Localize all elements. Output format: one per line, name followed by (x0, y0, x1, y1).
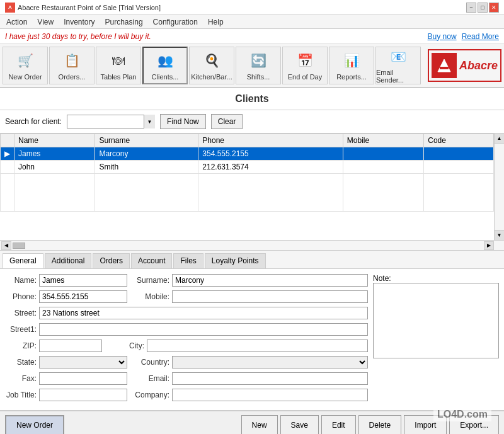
mobile-input[interactable] (172, 290, 368, 303)
end-of-day-toolbar-btn[interactable]: 📅 End of Day (282, 47, 328, 84)
street-label: Street: (5, 309, 37, 317)
page-title: Clients (0, 88, 504, 110)
client-phone: 212.631.3574 (198, 161, 343, 174)
kitchen-bar-label: Kitchen/Bar... (191, 73, 232, 81)
close-button[interactable]: ✕ (489, 3, 499, 13)
horizontal-scrollbar[interactable]: ◀ ▶ (0, 241, 504, 251)
surname-label: Surname: (135, 276, 169, 285)
find-now-button[interactable]: Find Now (160, 114, 206, 129)
state-label: State: (5, 358, 37, 367)
menu-view[interactable]: View (33, 16, 57, 28)
read-more-link[interactable]: Read More (462, 32, 499, 41)
window-title: Abacre Restaurant Point of Sale [Trial V… (18, 4, 161, 11)
new-button[interactable]: New (241, 415, 278, 434)
kitchen-bar-icon: 🍳 (202, 50, 222, 71)
tab-account[interactable]: Account (131, 253, 172, 268)
row-indicator (1, 161, 14, 174)
kitchen-bar-toolbar-btn[interactable]: 🍳 Kitchen/Bar... (189, 47, 234, 84)
reports-label: Reports... (336, 73, 367, 81)
delete-button[interactable]: Delete (358, 415, 402, 434)
table-row[interactable]: ▶ James Marcony 354.555.2155 (1, 147, 494, 161)
search-input[interactable] (67, 115, 155, 128)
phone-input[interactable] (39, 290, 127, 303)
buy-now-link[interactable]: Buy now (428, 32, 457, 41)
city-input[interactable] (147, 340, 368, 352)
menu-bar: Action View Inventory Purchasing Configu… (0, 15, 504, 29)
svg-marker-0 (438, 59, 450, 72)
zip-input[interactable] (39, 340, 102, 352)
menu-purchasing[interactable]: Purchasing (101, 16, 147, 28)
company-input[interactable] (172, 389, 368, 401)
search-label: Search for client: (5, 117, 62, 126)
street1-input[interactable] (39, 323, 368, 336)
state-country-row: State: Country: (5, 356, 368, 368)
menu-inventory[interactable]: Inventory (60, 16, 98, 28)
shifts-icon: 🔄 (248, 50, 268, 71)
tab-orders[interactable]: Orders (93, 253, 130, 268)
row-indicator: ▶ (1, 147, 14, 161)
orders-icon: 📋 (62, 50, 82, 71)
surname-input[interactable] (172, 274, 368, 287)
city-label: City: (110, 341, 144, 350)
col-mobile: Mobile (343, 134, 423, 147)
name-input[interactable] (39, 274, 127, 287)
tab-additional[interactable]: Additional (45, 253, 92, 268)
title-bar: A Abacre Restaurant Point of Sale [Trial… (0, 0, 504, 15)
new-order-bottom-btn[interactable]: New Order (5, 415, 64, 434)
app-icon: A (5, 3, 15, 13)
menu-help[interactable]: Help (204, 16, 227, 28)
tab-general[interactable]: General (3, 253, 43, 268)
end-of-day-label: End of Day (288, 73, 322, 81)
phone-label: Phone: (5, 292, 37, 301)
fax-label: Fax: (5, 374, 37, 383)
logo-text: Abacre (459, 59, 498, 72)
trial-bar: I have just 30 days to try, before I wil… (0, 29, 504, 44)
email-input[interactable] (172, 372, 368, 385)
toolbar-logo: Abacre (428, 49, 501, 82)
clients-icon: 👥 (155, 50, 175, 71)
edit-button[interactable]: Edit (321, 415, 356, 434)
street-input[interactable] (39, 307, 368, 319)
job-title-label: Job Title: (5, 391, 37, 399)
email-label: Email: (135, 374, 169, 383)
form-right: Note: (373, 274, 499, 405)
minimize-button[interactable]: − (466, 3, 476, 13)
orders-label: Orders... (59, 73, 86, 81)
maximize-button[interactable]: □ (478, 3, 488, 13)
note-textarea[interactable] (373, 283, 499, 358)
client-surname: Marcony (95, 147, 198, 161)
tab-files[interactable]: Files (173, 253, 203, 268)
vertical-scrollbar[interactable]: ▲ ▼ (494, 134, 504, 240)
email-sender-icon: 📧 (388, 47, 408, 66)
fax-email-row: Fax: Email: (5, 372, 368, 385)
search-bar: Search for client: ▼ Find Now Clear (0, 110, 504, 134)
tables-plan-icon: 🍽 (108, 50, 129, 71)
country-select[interactable] (172, 356, 368, 368)
search-dropdown-btn[interactable]: ▼ (144, 115, 155, 128)
table-row[interactable] (1, 174, 494, 212)
save-button[interactable]: Save (280, 415, 319, 434)
clear-button[interactable]: Clear (211, 114, 243, 129)
menu-configuration[interactable]: Configuration (149, 16, 202, 28)
table-row[interactable]: John Smith 212.631.3574 (1, 161, 494, 174)
reports-toolbar-btn[interactable]: 📊 Reports... (329, 47, 374, 84)
client-name: James (14, 147, 95, 161)
job-title-input[interactable] (39, 389, 127, 401)
shifts-toolbar-btn[interactable]: 🔄 Shifts... (236, 47, 281, 84)
menu-action[interactable]: Action (3, 16, 31, 28)
job-company-row: Job Title: Company: (5, 389, 368, 401)
tables-plan-toolbar-btn[interactable]: 🍽 Tables Plan (96, 47, 141, 84)
reports-icon: 📊 (341, 50, 362, 71)
orders-toolbar-btn[interactable]: 📋 Orders... (49, 47, 94, 84)
fax-input[interactable] (39, 372, 127, 385)
state-select[interactable] (39, 356, 127, 368)
email-sender-toolbar-btn[interactable]: 📧 Email Sender... (375, 47, 421, 84)
clients-toolbar-btn[interactable]: 👥 Clients... (142, 47, 188, 84)
new-order-label: New Order (8, 73, 42, 81)
new-order-toolbar-btn[interactable]: 🛒 New Order (3, 47, 48, 84)
tab-loyalty-points[interactable]: Loyalty Points (205, 253, 266, 268)
client-surname: Smith (95, 161, 198, 174)
col-code: Code (424, 134, 494, 147)
client-mobile (343, 161, 423, 174)
client-mobile (343, 147, 423, 161)
